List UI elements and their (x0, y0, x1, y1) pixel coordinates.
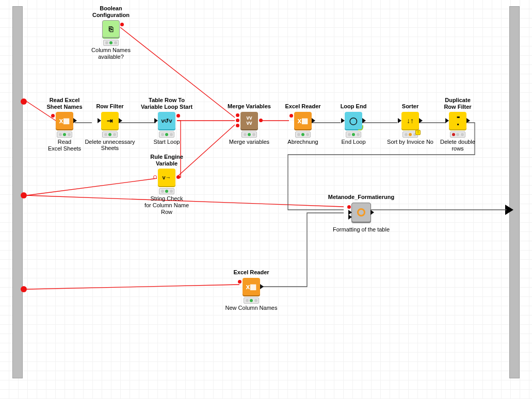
boolean-icon: ⎘ (109, 25, 113, 33)
node-title: Sorter (402, 103, 418, 110)
workflow-input-bar (12, 6, 23, 378)
node-status (295, 131, 311, 138)
node-title: Loop End (341, 103, 367, 110)
node-title: Row Filter (96, 103, 123, 110)
node-caption: End Loop (341, 139, 365, 145)
node-caption: String Check for Column Name Row (138, 195, 195, 215)
node-body[interactable]: ◯ (345, 112, 362, 129)
node-caption: Read Excel Sheets (48, 139, 81, 152)
node-status (346, 131, 361, 138)
node-caption: Abrechnung (287, 139, 318, 145)
workflow-in-port-1[interactable] (21, 98, 27, 105)
workflow-canvas[interactable]: .red { stroke:#e11; stroke-width:1.3; fi… (0, 0, 532, 399)
node-status (159, 188, 174, 194)
node-body[interactable]: vvvv (240, 112, 258, 129)
workflow-out-port[interactable] (505, 205, 513, 215)
node-title: Rule Engine Variable (150, 154, 183, 167)
node-status (103, 40, 119, 46)
node-status: ! (402, 131, 418, 138)
node-title: Read Excel Sheet Names (46, 97, 82, 110)
loop-start-icon: v↺v (161, 118, 172, 124)
node-body[interactable]: ⎘ (102, 20, 120, 38)
node-status (450, 131, 465, 138)
node-title: Excel Reader (285, 103, 320, 110)
node-loop-start[interactable]: Table Row To Variable Loop Start v↺v Sta… (138, 97, 195, 145)
node-rule-engine-variable[interactable]: Rule Engine Variable v→ String Check for… (138, 154, 195, 215)
node-body[interactable]: v→ (158, 169, 175, 186)
node-body[interactable]: ▪▪▪ (449, 112, 466, 129)
node-title: Merge Variables (228, 103, 271, 110)
node-status (241, 131, 257, 138)
excel-icon: x▦ (59, 117, 70, 125)
rule-icon: v→ (162, 174, 171, 180)
node-body[interactable]: x▦ (294, 112, 312, 129)
warning-icon: ! (415, 130, 421, 135)
node-caption: New Column Names (225, 305, 278, 311)
node-caption: Merge variables (229, 139, 269, 145)
node-title: Excel Reader (233, 269, 269, 276)
node-caption: Start Loop (154, 139, 180, 145)
node-body[interactable]: x▦ (56, 112, 73, 129)
node-title: Table Row To Variable Loop Start (141, 97, 192, 110)
filter-icon: ⇥ (107, 117, 113, 125)
workflow-output-bar (509, 6, 520, 378)
node-caption: Delete unnecessary Sheets (85, 139, 135, 152)
node-status (244, 297, 259, 304)
node-title: Metanode_Formatierung (328, 194, 394, 201)
node-body[interactable]: ⇥ (101, 112, 119, 129)
node-body[interactable]: x▦ (243, 278, 260, 295)
excel-icon: x▦ (246, 282, 257, 291)
excel-icon: x▦ (298, 117, 309, 125)
node-caption: Sort by Invoice No (387, 139, 433, 145)
node-status (102, 131, 118, 138)
merge-icon: vvvv (246, 115, 252, 126)
node-excel-reader-abrechnung[interactable]: Excel Reader x▦ Abrechnung (275, 103, 331, 145)
node-title: Boolean Configuration (92, 5, 130, 18)
node-merge-variables[interactable]: Merge Variables vvvv Merge variables (221, 103, 278, 145)
metanode-icon (357, 208, 365, 217)
node-excel-reader-columns[interactable]: Excel Reader x▦ New Column Names (223, 269, 280, 311)
node-body[interactable]: ↓↑ (401, 112, 419, 129)
node-body[interactable] (351, 203, 371, 222)
node-caption: Formatting of the table (333, 226, 390, 233)
node-caption: Delete double rows (440, 139, 475, 152)
node-duplicate-row-filter[interactable]: Duplicate Row Filter ▪▪▪ Delete double r… (429, 97, 486, 152)
node-boolean-configuration[interactable]: Boolean Configuration ⎘ Column Names ava… (83, 5, 139, 60)
node-body[interactable]: v↺v (158, 112, 175, 129)
workflow-in-port-2[interactable] (21, 192, 27, 198)
workflow-in-port-3[interactable] (21, 286, 27, 292)
node-status (159, 131, 174, 138)
node-row-filter[interactable]: Row Filter ⇥ Delete unnecessary Sheets (82, 103, 138, 152)
node-metanode-formatierung[interactable]: Metanode_Formatierung Formatting of the … (320, 194, 402, 232)
node-status (57, 131, 72, 138)
loop-return-icon (358, 125, 363, 130)
node-caption: Column Names available? (91, 47, 131, 60)
node-title: Duplicate Row Filter (444, 97, 471, 110)
dedup-icon: ▪▪▪ (457, 113, 459, 128)
loop-end-icon: ◯ (349, 117, 358, 125)
node-loop-end[interactable]: Loop End ◯ End Loop (325, 103, 382, 145)
sort-icon: ↓↑ (407, 117, 414, 125)
